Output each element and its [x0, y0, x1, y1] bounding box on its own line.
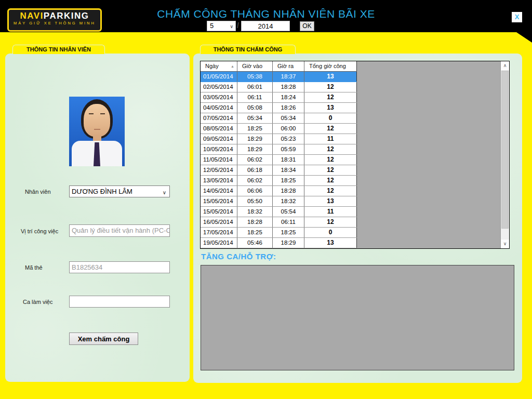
position-label: Vị trí công việc	[21, 228, 58, 234]
table-cell: 18:28	[273, 186, 304, 196]
employee-panel: Nhân viên DƯƠNG ĐÌNH LÂM ∨ Vị trí công v…	[5, 54, 190, 382]
scrollbar-thumb[interactable]	[501, 71, 509, 229]
view-attendance-button[interactable]: Xem chấm công	[69, 332, 138, 345]
table-cell: 06:02	[237, 155, 273, 165]
table-cell: 19/05/2014	[201, 238, 237, 248]
table-row[interactable]: 01/05/201405:3818:3713	[201, 72, 357, 82]
table-row[interactable]: 15/05/201418:3205:5411	[201, 207, 357, 217]
table-cell: 12	[304, 165, 357, 175]
column-header-time-out[interactable]: Giờ ra	[273, 61, 304, 71]
column-header-date[interactable]: Ngày▲	[201, 61, 237, 71]
page-title: CHẤM CÔNG THÁNG NHÂN VIÊN BÃI XE	[0, 8, 532, 20]
position-field[interactable]: Quản lý điều tiết vận hành (PC-CO	[69, 224, 170, 237]
employee-name-select[interactable]: DƯƠNG ĐÌNH LÂM ∨	[69, 185, 170, 197]
table-cell: 05:46	[237, 238, 273, 248]
table-row[interactable]: 03/05/201406:1118:2412	[201, 92, 357, 103]
table-cell: 18:25	[273, 228, 304, 237]
tab-attendance-info: THÔNG TIN CHẤM CÔNG	[200, 45, 296, 54]
header-tail-shape	[516, 32, 532, 43]
column-header-time-in[interactable]: Giờ vào	[237, 61, 273, 71]
scroll-up-icon[interactable]: ∧	[501, 61, 509, 70]
table-cell: 18:25	[273, 176, 304, 185]
table-cell: 10/05/2014	[201, 144, 237, 154]
table-row[interactable]: 13/05/201406:0218:2512	[201, 176, 357, 186]
table-cell: 15/05/2014	[201, 196, 237, 206]
table-cell: 05:23	[273, 134, 304, 144]
column-header-total-hours[interactable]: Tổng giờ công	[304, 61, 357, 71]
table-cell: 06:11	[237, 92, 273, 102]
table-cell: 05:08	[237, 103, 273, 113]
table-cell: 12	[304, 186, 357, 196]
table-cell: 06:06	[237, 186, 273, 196]
table-cell: 18:37	[273, 72, 304, 82]
month-select[interactable]: 5 ∨	[207, 21, 236, 31]
overtime-support-label: TĂNG CA/HỖ TRỢ:	[201, 252, 276, 261]
chevron-down-icon: ∨	[163, 187, 166, 198]
ok-button[interactable]: OK	[300, 21, 314, 31]
employee-photo	[69, 97, 125, 166]
table-cell: 07/05/2014	[201, 113, 237, 123]
table-cell: 18:26	[273, 103, 304, 113]
card-id-field[interactable]: B1825634	[69, 261, 170, 273]
table-cell: 12	[304, 217, 357, 227]
table-cell: 15/05/2014	[201, 207, 237, 217]
table-row[interactable]: 10/05/201418:2905:5912	[201, 144, 357, 155]
table-cell: 04/05/2014	[201, 103, 237, 113]
table-cell: 0	[304, 113, 357, 123]
card-id-label: Mã thẻ	[25, 264, 43, 271]
table-cell: 03/05/2014	[201, 92, 237, 102]
table-cell: 18:32	[237, 207, 273, 217]
table-row[interactable]: 17/05/201418:2518:250	[201, 228, 357, 238]
attendance-grid-rows: 01/05/201405:3818:371302/05/201406:0118:…	[201, 72, 357, 248]
chevron-down-icon: ∨	[230, 22, 233, 31]
attendance-panel: Ngày▲ Giờ vào Giờ ra Tổng giờ công 01/05…	[193, 54, 522, 383]
table-cell: 18:25	[237, 228, 273, 237]
table-cell: 06:02	[237, 176, 273, 185]
table-row[interactable]: 04/05/201405:0818:2613	[201, 103, 357, 113]
table-row[interactable]: 09/05/201418:2905:2311	[201, 134, 357, 144]
table-cell: 05:34	[273, 113, 304, 123]
table-cell: 14/05/2014	[201, 186, 237, 196]
table-cell: 06:00	[273, 124, 304, 134]
table-cell: 18:29	[237, 134, 273, 144]
table-cell: 06:18	[237, 165, 273, 175]
table-row[interactable]: 12/05/201406:1818:3412	[201, 165, 357, 176]
table-row[interactable]: 08/05/201418:2506:0012	[201, 124, 357, 134]
table-cell: 06:11	[273, 217, 304, 227]
table-row[interactable]: 16/05/201418:2806:1112	[201, 217, 357, 228]
table-cell: 02/05/2014	[201, 82, 237, 92]
table-cell: 12	[304, 176, 357, 185]
table-cell: 12	[304, 144, 357, 154]
close-button[interactable]: X	[512, 12, 522, 22]
table-cell: 17/05/2014	[201, 228, 237, 237]
table-cell: 11/05/2014	[201, 155, 237, 165]
table-cell: 13	[304, 238, 357, 248]
table-cell: 13	[304, 103, 357, 113]
table-cell: 13	[304, 72, 357, 82]
table-cell: 08/05/2014	[201, 124, 237, 134]
employee-name-label: Nhân viên	[25, 189, 51, 195]
table-cell: 18:28	[273, 82, 304, 92]
table-cell: 01/05/2014	[201, 72, 237, 82]
tab-employee-info: THÔNG TIN NHÂN VIÊN	[12, 45, 105, 54]
table-row[interactable]: 07/05/201405:3405:340	[201, 113, 357, 124]
table-cell: 11	[304, 207, 357, 217]
app-window: NAVIPARKING MÁY GIỮ XE THÔNG MINH CHẤM C…	[0, 0, 532, 399]
table-row[interactable]: 14/05/201406:0618:2812	[201, 186, 357, 196]
year-input[interactable]	[241, 21, 290, 31]
photo-face	[84, 104, 110, 137]
table-cell: 05:50	[237, 196, 273, 206]
table-cell: 05:38	[237, 72, 273, 82]
table-cell: 18:29	[273, 238, 304, 248]
shift-field[interactable]	[69, 296, 170, 308]
table-row[interactable]: 11/05/201406:0218:3112	[201, 155, 357, 165]
table-cell: 06:01	[237, 82, 273, 92]
table-cell: 05:54	[273, 207, 304, 217]
vertical-scrollbar[interactable]: ∧ ∨	[500, 61, 509, 248]
table-row[interactable]: 15/05/201405:5018:3213	[201, 196, 357, 207]
table-row[interactable]: 19/05/201405:4618:2913	[201, 238, 357, 248]
table-cell: 05:59	[273, 144, 304, 154]
table-row[interactable]: 02/05/201406:0118:2812	[201, 82, 357, 92]
scroll-down-icon[interactable]: ∨	[501, 240, 509, 248]
table-cell: 12	[304, 124, 357, 134]
